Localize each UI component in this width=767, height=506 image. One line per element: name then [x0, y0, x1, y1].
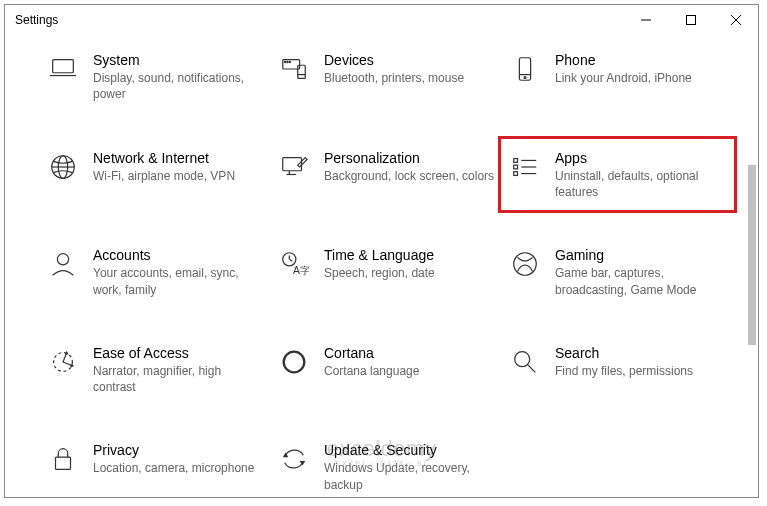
tile-title: Privacy: [93, 441, 264, 459]
apps-list-icon: [509, 151, 541, 183]
tile-subtitle: Your accounts, email, sync, work, family: [93, 265, 264, 297]
tile-title: Accounts: [93, 246, 264, 264]
svg-point-9: [289, 61, 290, 62]
tile-title: Cortana: [324, 344, 495, 362]
scrollbar[interactable]: [744, 35, 758, 497]
settings-grid: System Display, sound, notifications, po…: [45, 47, 728, 497]
laptop-icon: [47, 53, 79, 85]
minimize-button[interactable]: [623, 5, 668, 35]
tile-title: Ease of Access: [93, 344, 264, 362]
time-language-icon: A字: [278, 248, 310, 280]
svg-point-7: [285, 61, 286, 62]
tile-subtitle: Background, lock screen, colors: [324, 168, 495, 184]
svg-point-37: [515, 351, 530, 366]
tile-title: Network & Internet: [93, 149, 264, 167]
settings-window: Settings System Display, sound, noti: [4, 4, 759, 498]
tile-time-language[interactable]: A字 Time & Language Speech, region, date: [276, 242, 497, 302]
empty-cell: [507, 437, 728, 497]
window-title: Settings: [15, 13, 58, 27]
tile-title: Time & Language: [324, 246, 495, 264]
svg-rect-21: [514, 158, 518, 162]
svg-point-14: [524, 77, 526, 79]
tile-accounts[interactable]: Accounts Your accounts, email, sync, wor…: [45, 242, 266, 302]
person-icon: [47, 248, 79, 280]
svg-rect-25: [514, 171, 518, 175]
tile-subtitle: Wi-Fi, airplane mode, VPN: [93, 168, 264, 184]
ease-of-access-icon: [47, 346, 79, 378]
globe-icon: [47, 151, 79, 183]
svg-rect-10: [298, 65, 306, 78]
maximize-button[interactable]: [668, 5, 713, 35]
tile-subtitle: Game bar, captures, broadcasting, Game M…: [555, 265, 726, 297]
svg-point-8: [287, 61, 288, 62]
tile-gaming[interactable]: Gaming Game bar, captures, broadcasting,…: [507, 242, 728, 302]
close-button[interactable]: [713, 5, 758, 35]
tile-title: Devices: [324, 51, 495, 69]
scrollbar-thumb[interactable]: [748, 165, 756, 345]
update-icon: [278, 443, 310, 475]
svg-point-36: [284, 351, 305, 372]
tile-title: Search: [555, 344, 726, 362]
titlebar: Settings: [5, 5, 758, 35]
personalization-icon: [278, 151, 310, 183]
tile-personalization[interactable]: Personalization Background, lock screen,…: [276, 145, 497, 205]
svg-rect-23: [514, 165, 518, 169]
xbox-icon: [509, 248, 541, 280]
tile-subtitle: Cortana language: [324, 363, 495, 379]
tile-network[interactable]: Network & Internet Wi-Fi, airplane mode,…: [45, 145, 266, 205]
tile-phone[interactable]: Phone Link your Android, iPhone: [507, 47, 728, 107]
svg-rect-1: [686, 16, 695, 25]
settings-content: System Display, sound, notifications, po…: [5, 35, 758, 497]
tile-subtitle: Speech, region, date: [324, 265, 495, 281]
tile-title: Update & Security: [324, 441, 495, 459]
tile-subtitle: Link your Android, iPhone: [555, 70, 726, 86]
svg-line-30: [289, 259, 292, 261]
svg-text:A字: A字: [293, 265, 309, 276]
tile-title: Gaming: [555, 246, 726, 264]
tile-system[interactable]: System Display, sound, notifications, po…: [45, 47, 266, 107]
tile-subtitle: Display, sound, notifications, power: [93, 70, 264, 102]
tile-subtitle: Bluetooth, printers, mouse: [324, 70, 495, 86]
window-controls: [623, 5, 758, 35]
tile-title: Phone: [555, 51, 726, 69]
svg-line-38: [528, 365, 536, 373]
tile-privacy[interactable]: Privacy Location, camera, microphone: [45, 437, 266, 497]
cortana-icon: [278, 346, 310, 378]
tile-title: System: [93, 51, 264, 69]
svg-rect-4: [53, 60, 74, 73]
tile-subtitle: Find my files, permissions: [555, 363, 726, 379]
tile-subtitle: Uninstall, defaults, optional features: [555, 168, 726, 200]
tile-search[interactable]: Search Find my files, permissions: [507, 340, 728, 400]
tile-apps[interactable]: Apps Uninstall, defaults, optional featu…: [507, 145, 728, 205]
tile-subtitle: Location, camera, microphone: [93, 460, 264, 476]
tile-devices[interactable]: Devices Bluetooth, printers, mouse: [276, 47, 497, 107]
search-icon: [509, 346, 541, 378]
tile-title: Personalization: [324, 149, 495, 167]
svg-point-27: [57, 254, 68, 265]
svg-rect-39: [56, 457, 71, 469]
tile-title: Apps: [555, 149, 726, 167]
lock-icon: [47, 443, 79, 475]
phone-icon: [509, 53, 541, 85]
tile-update-security[interactable]: Update & Security Windows Update, recove…: [276, 437, 497, 497]
svg-point-32: [514, 253, 537, 276]
tile-subtitle: Narrator, magnifier, high contrast: [93, 363, 264, 395]
tile-ease-of-access[interactable]: Ease of Access Narrator, magnifier, high…: [45, 340, 266, 400]
tile-subtitle: Windows Update, recovery, backup: [324, 460, 495, 492]
tile-cortana[interactable]: Cortana Cortana language: [276, 340, 497, 400]
devices-icon: [278, 53, 310, 85]
